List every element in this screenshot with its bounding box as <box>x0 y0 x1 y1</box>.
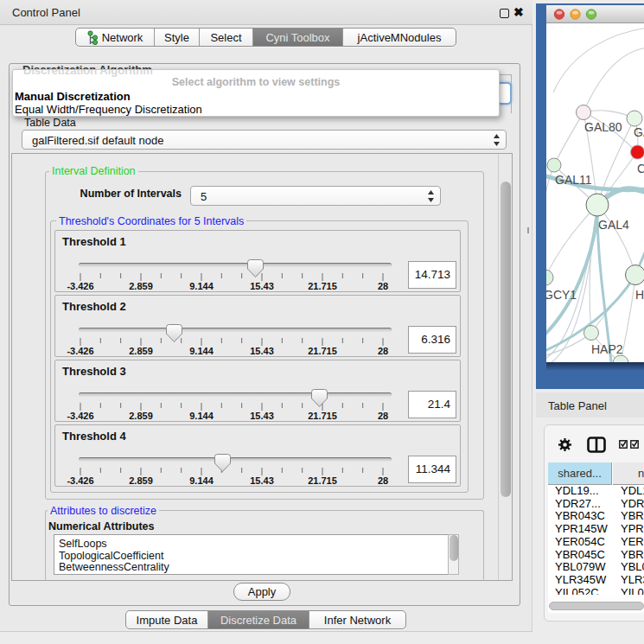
svg-text:HAP2: HAP2 <box>591 342 623 356</box>
svg-text:GAL80: GAL80 <box>584 120 622 134</box>
svg-text:H: H <box>635 288 644 302</box>
svg-text:GAL11: GAL11 <box>555 173 592 187</box>
svg-text:GAL4: GAL4 <box>598 218 629 232</box>
svg-text:GCY1: GCY1 <box>546 288 577 302</box>
svg-text:GA: GA <box>634 125 644 139</box>
svg-text:C: C <box>637 162 644 175</box>
